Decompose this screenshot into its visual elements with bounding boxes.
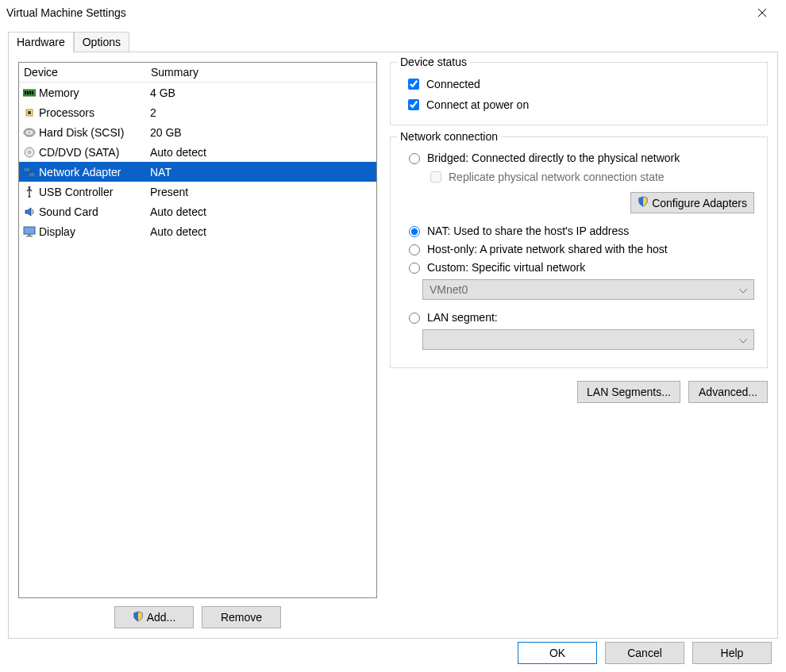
device-summary: 4 GB [150,86,373,99]
radio-custom-input[interactable] [409,263,420,274]
combo-custom-vmnet-value: VMnet0 [430,283,468,296]
radio-lan-segment-input[interactable] [409,313,420,324]
device-summary: Auto detect [150,146,373,159]
radio-nat[interactable]: NAT: Used to share the host's IP address [400,221,757,240]
tab-strip: Hardware Options [8,32,778,52]
cancel-button[interactable]: Cancel [605,642,684,664]
radio-bridged-label: Bridged: Connected directly to the physi… [427,152,680,164]
remove-device-button[interactable]: Remove [202,606,281,628]
device-row[interactable]: DisplayAuto detect [19,221,376,241]
ok-button[interactable]: OK [518,642,597,664]
close-button[interactable] [744,2,780,24]
device-row[interactable]: Hard Disk (SCSI)20 GB [19,122,376,142]
device-name: Hard Disk (SCSI) [39,126,150,139]
radio-lan-segment-label: LAN segment: [427,311,498,324]
checkbox-connect-at-power-on-input[interactable] [408,99,419,110]
svg-rect-21 [26,236,33,237]
group-title-network-connection: Network connection [397,130,501,143]
svg-rect-4 [27,91,29,94]
checkbox-connect-at-power-on[interactable]: Connect at power on [400,94,757,115]
device-row[interactable]: Processors2 [19,102,376,122]
device-summary: 2 [150,106,373,119]
group-device-status: Device status Connected Connect at power… [390,62,768,125]
help-button[interactable]: Help [692,642,772,664]
svg-rect-19 [24,227,35,234]
titlebar: Virtual Machine Settings [0,0,786,25]
dialog-footer: OK Cancel Help [518,642,772,664]
ok-label: OK [549,647,565,659]
device-list-header: Device Summary [19,63,376,83]
help-label: Help [721,647,744,659]
shield-icon [133,611,144,624]
lan-segments-button[interactable]: LAN Segments... [577,381,680,403]
svg-point-18 [29,186,31,189]
chevron-down-icon [739,283,747,296]
device-summary: 20 GB [150,126,373,139]
combo-lan-segment [422,329,754,350]
tab-pane-hardware: Device Summary Memory4 GBProcessors2Hard… [8,52,778,639]
combo-lan-segment-value [430,333,433,346]
device-summary: Auto detect [150,225,373,238]
radio-nat-input[interactable] [409,226,420,237]
advanced-label: Advanced... [699,386,757,398]
device-row[interactable]: Network AdapterNAT [19,162,376,182]
network-icon [22,165,37,179]
device-list: Device Summary Memory4 GBProcessors2Hard… [18,62,377,598]
cd-icon [22,145,37,159]
svg-rect-3 [25,91,26,94]
svg-point-17 [29,195,31,198]
remove-button-label: Remove [221,611,262,624]
radio-host-only-input[interactable] [409,244,420,255]
radio-host-only-label: Host-only: A private network shared with… [427,243,668,255]
close-icon [758,6,766,19]
radio-custom[interactable]: Custom: Specific virtual network [400,258,757,276]
radio-custom-label: Custom: Specific virtual network [427,261,585,274]
device-name: USB Controller [39,186,150,198]
device-name: Network Adapter [39,166,150,179]
display-icon [22,225,37,239]
configure-adapters-label: Configure Adapters [652,197,747,209]
device-row[interactable]: CD/DVD (SATA)Auto detect [19,142,376,162]
column-header-device[interactable]: Device [24,66,151,79]
window-title: Virtual Machine Settings [6,6,744,19]
device-summary: NAT [150,166,373,179]
lan-segments-label: LAN Segments... [587,386,671,398]
svg-point-13 [29,151,31,153]
tab-hardware[interactable]: Hardware [8,32,74,52]
chevron-down-icon [739,333,747,346]
svg-rect-8 [28,111,31,114]
group-title-device-status: Device status [397,56,470,68]
advanced-button[interactable]: Advanced... [688,381,768,403]
combo-custom-vmnet: VMnet0 [422,279,754,300]
add-button-label: Add... [147,611,176,624]
memory-icon [22,86,37,100]
device-name: Sound Card [39,205,150,218]
configure-adapters-button[interactable]: Configure Adapters [630,192,754,213]
device-name: Memory [39,86,150,99]
radio-lan-segment[interactable]: LAN segment: [400,308,757,326]
svg-point-11 [29,132,30,133]
checkbox-replicate-label: Replicate physical network connection st… [449,171,665,183]
checkbox-connected-input[interactable] [408,79,419,90]
device-row[interactable]: USB ControllerPresent [19,182,376,202]
checkbox-replicate: Replicate physical network connection st… [422,167,757,187]
cancel-label: Cancel [627,647,662,659]
radio-bridged-input[interactable] [409,153,420,164]
radio-nat-label: NAT: Used to share the host's IP address [427,225,629,237]
checkbox-connect-at-power-on-label: Connect at power on [426,98,529,111]
svg-rect-15 [29,172,35,177]
device-row[interactable]: Sound CardAuto detect [19,202,376,221]
disk-icon [22,125,37,140]
checkbox-connected[interactable]: Connected [400,74,757,94]
add-device-button[interactable]: Add... [114,606,194,628]
radio-host-only[interactable]: Host-only: A private network shared with… [400,240,757,258]
sound-icon [22,205,37,219]
radio-bridged[interactable]: Bridged: Connected directly to the physi… [400,148,757,167]
device-name: Display [39,225,150,238]
column-header-summary[interactable]: Summary [151,66,372,79]
tab-options[interactable]: Options [74,32,129,52]
usb-icon [22,185,37,199]
group-network-connection: Network connection Bridged: Connected di… [390,136,768,368]
checkbox-replicate-input [430,171,441,182]
device-row[interactable]: Memory4 GB [19,83,376,102]
